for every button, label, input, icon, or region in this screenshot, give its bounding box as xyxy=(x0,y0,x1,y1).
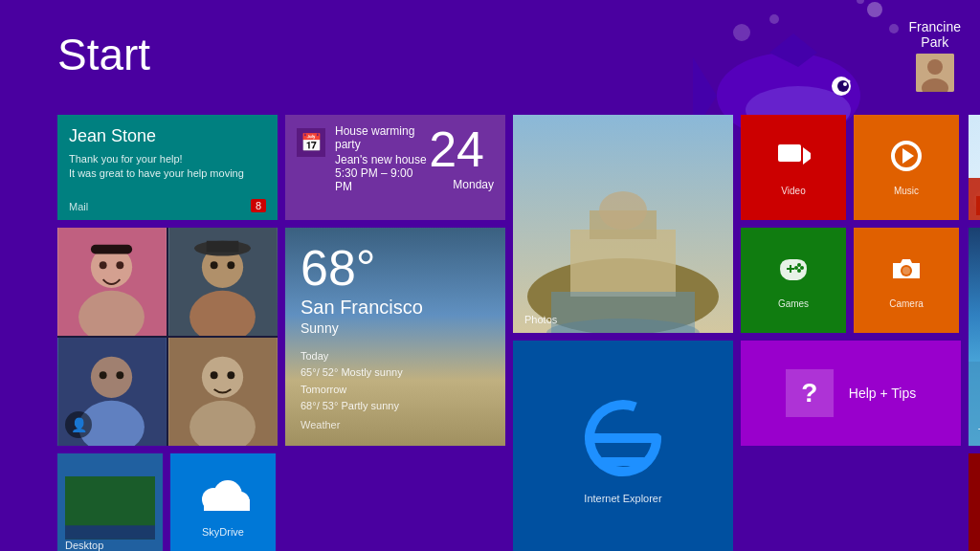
tile-ie[interactable]: Internet Explorer xyxy=(513,341,733,551)
tile-camera[interactable]: Camera xyxy=(854,228,959,333)
column-4: Video Music xyxy=(741,115,961,551)
svg-point-66 xyxy=(794,266,798,270)
mail-app-label: Mail xyxy=(69,201,88,212)
tiles-container: Jean Stone Thank you for your help!It wa… xyxy=(57,115,980,551)
calendar-text: House warming party Jean's new house 5:3… xyxy=(335,124,429,193)
desktop-label: Desktop xyxy=(65,540,103,551)
camera-icon xyxy=(889,252,924,295)
tile-games[interactable]: Games xyxy=(741,228,846,333)
svg-rect-19 xyxy=(91,245,132,254)
column-1: Jean Stone Thank you for your help!It wa… xyxy=(57,115,278,551)
desktop-preview xyxy=(65,476,155,540)
travel-image xyxy=(969,228,980,446)
people-photo-1 xyxy=(57,228,167,336)
svg-point-17 xyxy=(100,261,107,269)
forecast-today-label: Today xyxy=(301,348,490,365)
tile-calendar[interactable]: 📅 House warming party Jean's new house 5… xyxy=(285,115,505,220)
svg-rect-51 xyxy=(585,433,661,443)
forecast-tomorrow-label: Tomorrow xyxy=(301,382,490,399)
mail-message: Thank you for your help!It was great to … xyxy=(69,152,266,182)
svg-rect-52 xyxy=(599,457,647,466)
svg-rect-38 xyxy=(65,525,155,540)
svg-point-10 xyxy=(848,80,851,83)
camera-label: Camera xyxy=(889,298,924,309)
event-title: House warming party xyxy=(335,124,429,151)
games-icon xyxy=(776,252,811,295)
svg-point-1 xyxy=(889,24,899,33)
svg-point-0 xyxy=(867,2,882,17)
calendar-date-block: 24 Monday xyxy=(429,124,494,191)
svg-point-35 xyxy=(211,371,218,379)
tile-desktop[interactable]: Desktop xyxy=(57,453,163,551)
forecast-today-detail: 65°/ 52° Mostly sunny xyxy=(301,364,490,382)
people-photo-2 xyxy=(168,228,278,336)
svg-point-67 xyxy=(800,266,804,270)
tile-travel[interactable]: Travel xyxy=(969,228,980,446)
column-5: 📰 Polar bears enjoy fun, freetheir new h… xyxy=(969,115,980,551)
tile-weather[interactable]: 68° San Francisco Sunny Today 65°/ 52° M… xyxy=(285,228,505,446)
photos-label: Photos xyxy=(524,314,557,325)
svg-point-65 xyxy=(797,269,801,273)
tile-skydrive[interactable]: SkyDrive xyxy=(170,453,276,551)
svg-point-36 xyxy=(227,371,234,379)
user-first-name: Francine xyxy=(909,19,961,34)
svg-point-30 xyxy=(100,371,107,379)
weather-city: San Francisco xyxy=(301,297,490,319)
bottom-small-row: Games Camera xyxy=(741,228,961,333)
svg-point-28 xyxy=(91,357,132,398)
tile-photos[interactable]: Photos xyxy=(513,115,733,333)
video-label: Video xyxy=(781,186,805,196)
user-profile[interactable]: Francine Park xyxy=(909,19,961,92)
svg-point-33 xyxy=(202,357,243,398)
svg-point-12 xyxy=(927,59,943,75)
tile-people[interactable]: 👤 xyxy=(57,228,278,446)
svg-rect-26 xyxy=(207,241,238,253)
svg-point-8 xyxy=(837,80,849,92)
svg-point-31 xyxy=(116,371,123,379)
games-label: Games xyxy=(778,298,809,309)
avatar-image xyxy=(916,54,954,92)
svg-point-24 xyxy=(227,261,234,269)
tile-music[interactable]: Music xyxy=(854,115,959,220)
event-location: Jean's new house xyxy=(335,153,429,166)
svg-rect-42 xyxy=(204,499,250,511)
calendar-date: 24 xyxy=(429,124,484,174)
top-small-row: Video Music xyxy=(741,115,961,220)
help-label: Help + Tips xyxy=(849,386,916,401)
tile-mail[interactable]: Jean Stone Thank you for your help!It wa… xyxy=(57,115,278,220)
calendar-icon: 📅 xyxy=(297,128,325,157)
column-2: 📅 House warming party Jean's new house 5… xyxy=(285,115,505,551)
tile-polar-bears[interactable]: 📰 Polar bears enjoy fun, freetheir new h… xyxy=(969,115,980,220)
svg-rect-59 xyxy=(778,144,801,162)
weather-forecast: Today 65°/ 52° Mostly sunny Tomorrow 68°… xyxy=(301,348,490,415)
forecast-tomorrow-detail: 68°/ 53° Partly sunny xyxy=(301,398,490,415)
music-label: Music xyxy=(894,186,919,196)
column-3: Photos Internet Explorer xyxy=(513,115,733,551)
cloud-icon xyxy=(194,475,252,522)
music-icon xyxy=(889,139,924,182)
user-last-name: Park xyxy=(921,34,948,50)
tile-reading-list[interactable]: Reading List xyxy=(969,453,980,551)
help-icon: ? xyxy=(786,369,834,417)
svg-point-47 xyxy=(599,191,647,230)
tile-video[interactable]: Video xyxy=(741,115,846,220)
event-time: 5:30 PM – 9:00 PM xyxy=(335,166,429,193)
skydrive-label: SkyDrive xyxy=(202,526,244,538)
polar-icon: 📰 xyxy=(976,196,980,215)
reading-health-row: Reading List Health xyxy=(969,453,980,551)
video-icon xyxy=(776,139,811,182)
svg-point-69 xyxy=(902,267,910,275)
people-icon: 👤 xyxy=(65,411,92,438)
people-photo-4 xyxy=(168,338,278,446)
ie-icon xyxy=(580,395,666,485)
svg-point-9 xyxy=(843,82,847,86)
svg-point-23 xyxy=(211,261,218,269)
user-avatar[interactable] xyxy=(916,54,954,92)
tile-help[interactable]: ? Help + Tips xyxy=(741,341,961,446)
photos-image xyxy=(513,115,733,333)
weather-condition: Sunny xyxy=(301,320,490,336)
calendar-day: Monday xyxy=(429,178,494,191)
weather-label: Weather xyxy=(301,419,490,430)
mail-badge: 8 xyxy=(251,199,266,212)
weather-temp: 68° xyxy=(301,243,490,293)
